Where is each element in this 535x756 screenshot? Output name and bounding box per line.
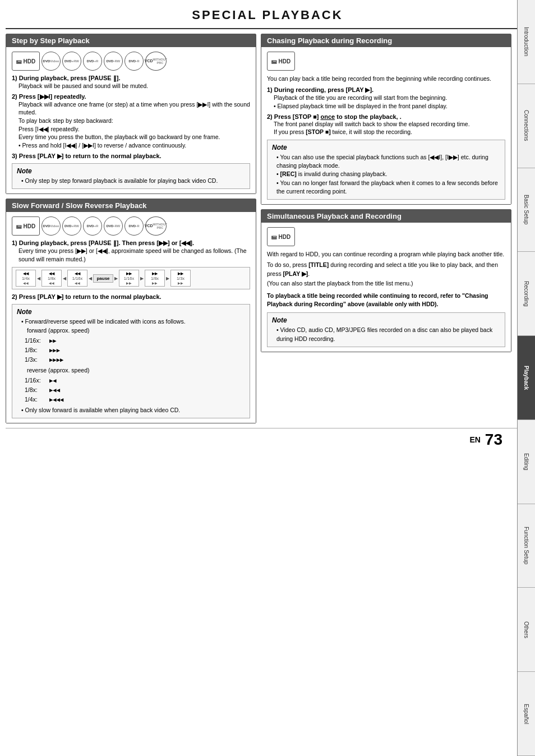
step-by-step-note-item: Only step by step forward playback is av… <box>21 177 245 185</box>
step2-num: 2) <box>12 93 17 100</box>
fwd-1-16x: 1/16x: ▶▶ <box>25 336 245 345</box>
speed-diagram: ◀◀ 1/4x ◀◀ ◀ ◀◀ 1/8x ◀◀ ◀ ◀◀ 1/16x ◀◀ <box>12 267 250 289</box>
step-by-step-note-title: Note <box>17 167 245 175</box>
step3-num: 3) <box>12 153 17 159</box>
sim-refer: To playback a title being recorded while… <box>267 292 505 308</box>
sidebar-recording: Recording <box>518 252 535 336</box>
sidebar-playback: Playback <box>518 336 535 420</box>
speed-1-4x-rev: ◀◀ 1/4x ◀◀ <box>16 270 36 287</box>
sim-note-1: Video CD, audio CD, MP3/JPEG files recor… <box>276 326 500 343</box>
step-by-step-title: Step by Step Playback <box>6 34 256 47</box>
slow-hdd-icon: 🖴 HDD <box>12 216 40 236</box>
step2: 2) Press [▶▶I] repeatedly. Playback will… <box>12 93 250 150</box>
sidebar-editing: Editing <box>518 420 535 504</box>
slow-formats: 🖴 HDD DVDVideo DVD+RW DVD+R DVD-RW DVD-R… <box>12 216 250 236</box>
slow-note-1: Forward/reverse speed will be indicated … <box>21 317 245 326</box>
sidebar-basic-setup: Basic Setup <box>518 168 535 252</box>
slow-vcd-icon: VCDWITHOUTPBC <box>145 216 167 236</box>
page-number: 73 <box>485 431 502 449</box>
slow-dvd-r-icon: DVD-R <box>124 216 144 236</box>
chasing-hdd-icon: 🖴 HDD <box>267 52 295 71</box>
dvd-rw-plus-icon: DVD+RW <box>62 52 81 71</box>
chasing-step2: 2) Press [STOP ■] once to stop the playb… <box>267 113 505 136</box>
speed-1-16x-fwd: ▶▶ 1/16x ▶▶ <box>119 270 139 287</box>
sim-intro: With regard to HDD, you can continue rec… <box>267 250 505 259</box>
sim-hdd-icon: 🖴 HDD <box>267 227 295 246</box>
sim-note: Note Video CD, audio CD, MP3/JPEG files … <box>267 312 505 347</box>
step-by-step-section: Step by Step Playback 🖴 HDD DVDVideo DVD… <box>6 34 256 194</box>
chasing-step1-items: Playback of the title you are recording … <box>274 94 505 110</box>
sim-desc: To do so, press [TITLE] during recording… <box>267 261 505 278</box>
chasing-note-2: [REC] is invalid during chasing playback… <box>276 170 500 178</box>
dvd-r-icon: DVD-R <box>124 52 144 71</box>
chasing-step1: 1) During recording, press [PLAY ▶]. Pla… <box>267 86 505 110</box>
slow-note-fwd-speeds: 1/16x: ▶▶ 1/8x: ▶▶▶ 1/3x: ▶▶▶▶ <box>25 336 245 364</box>
sidebar-function-setup: Function Setup <box>518 504 535 588</box>
slow-forward-title: Slow Forward / Slow Reverse Playback <box>6 199 256 212</box>
rev-1-4x: 1/4x: ▶◀◀◀ <box>25 395 245 404</box>
chasing-step2-items: The front panel display will switch back… <box>274 120 505 136</box>
slow-dvd-video-icon: DVDVideo <box>41 216 61 236</box>
dvd-rw-icon: DVD-RW <box>104 52 123 71</box>
chasing-note-1: You can also use the special playback fu… <box>276 153 500 170</box>
chasing-intro: You can play back a title being recorded… <box>267 75 505 83</box>
chasing-step1-num: 1) <box>267 86 273 93</box>
slow-note-fwd-label: forward (approx. speed) <box>27 326 245 335</box>
slow-step2-num: 2) <box>12 293 17 300</box>
hdd-icon: 🖴 HDD <box>12 52 40 71</box>
speed-1-16x-rev: ◀◀ 1/16x ◀◀ <box>67 270 87 287</box>
chasing-step2-num: 2) <box>267 113 273 120</box>
slow-note-rev-speeds: 1/16x: ▶◀ 1/8x: ▶◀◀ 1/4x: ▶◀◀◀ <box>25 376 245 404</box>
speed-1-8x-rev: ◀◀ 1/8x ◀◀ <box>41 270 62 287</box>
step1-desc: Playback will be paused and sound will b… <box>19 82 250 90</box>
chasing-note-3: You can no longer fast forward the playb… <box>276 179 500 196</box>
sidebar-others: Others <box>518 588 535 672</box>
chasing-formats: 🖴 HDD <box>267 52 505 71</box>
step1-num: 1) <box>12 75 17 81</box>
slow-dvd-rw-icon: DVD-RW <box>104 216 123 236</box>
slow-step1-desc: Every time you press [▶▶] or [◀◀], appro… <box>19 247 250 263</box>
sim-formats: 🖴 HDD <box>267 227 505 246</box>
step3: 3) Press [PLAY ▶] to return to the norma… <box>12 153 250 160</box>
fwd-1-3x: 1/3x: ▶▶▶▶ <box>25 355 245 365</box>
simultaneous-title: Simultaneous Playback and Recording <box>261 210 511 223</box>
step-by-step-note: Note Only step by step forward playback … <box>12 163 250 189</box>
slow-step1-bold: During playback, press [PAUSE ‖]. Then p… <box>19 239 194 246</box>
sidebar: Introduction Connections Basic Setup Rec… <box>517 0 535 756</box>
slow-step1: 1) During playback, press [PAUSE ‖]. The… <box>12 239 250 263</box>
slow-dvd-r-plus-icon: DVD+R <box>83 216 102 236</box>
simultaneous-section: Simultaneous Playback and Recording 🖴 HD… <box>261 209 511 352</box>
chasing-section: Chasing Playback during Recording 🖴 HDD … <box>261 34 511 205</box>
step1: 1) During playback, press [PAUSE ‖]. Pla… <box>12 75 250 90</box>
chasing-title: Chasing Playback during Recording <box>261 34 511 47</box>
step-by-step-formats: 🖴 HDD DVDVideo DVD+RW DVD+R DVD-RW DVD-R… <box>12 52 250 71</box>
slow-note-title: Note <box>17 308 245 316</box>
chasing-step2-bold: Press [STOP ■] once to stop the playback… <box>274 113 402 120</box>
slow-step1-num: 1) <box>12 239 17 246</box>
dvd-r-plus-icon: DVD+R <box>83 52 102 71</box>
rev-1-16x: 1/16x: ▶◀ <box>25 376 245 385</box>
slow-note: Note Forward/reverse speed will be indic… <box>12 304 250 418</box>
slow-dvd-rw-plus-icon: DVD+RW <box>62 216 81 236</box>
chasing-note-title: Note <box>272 144 500 151</box>
slow-step2-bold: Press [PLAY ▶] to return to the normal p… <box>19 293 162 300</box>
sidebar-espanol: Español <box>518 672 535 756</box>
fwd-1-8x: 1/8x: ▶▶▶ <box>25 345 245 355</box>
slow-note-rev-label: reverse (approx. speed) <box>27 366 245 375</box>
vcd-icon: VCDWITHOUTPBC <box>145 52 167 71</box>
step2-bold: Press [▶▶I] repeatedly. <box>19 93 86 100</box>
step1-bold: During playback, press [PAUSE ‖]. <box>19 75 121 81</box>
page-title: SPECIAL PLAYBACK <box>6 0 529 29</box>
speed-pause: pause <box>93 274 113 283</box>
step3-bold: Press [PLAY ▶] to return to the normal p… <box>19 153 162 159</box>
page-label: EN <box>469 435 480 444</box>
sim-note-title: Note <box>272 316 500 324</box>
chasing-note: Note You can also use the special playba… <box>267 140 505 200</box>
sim-desc2: (You can also start the playback from th… <box>267 279 505 288</box>
sidebar-connections: Connections <box>518 84 535 168</box>
speed-1-8x-fwd: ▶▶ 1/8x ▶▶ <box>145 270 165 287</box>
rev-1-8x: 1/8x: ▶◀◀ <box>25 385 245 395</box>
speed-1-3x-fwd: ▶▶ 1/3x ▶▶ <box>170 270 191 287</box>
slow-note-vcd: Only slow forward is available when play… <box>21 406 245 414</box>
slow-forward-section: Slow Forward / Slow Reverse Playback 🖴 H… <box>6 199 256 423</box>
